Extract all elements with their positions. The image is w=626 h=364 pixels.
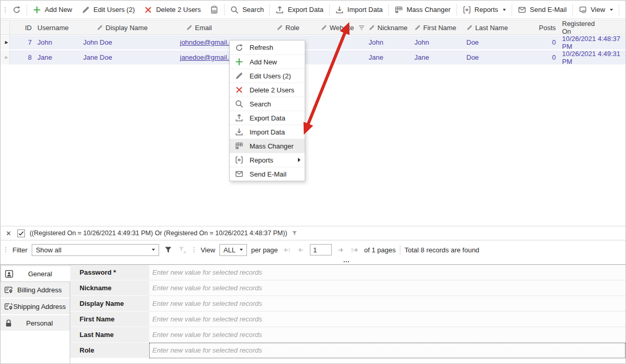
refresh-icon [12, 6, 21, 14]
send-email-label: Send E-Mail [530, 6, 567, 14]
filter-expression[interactable]: ((Registered On = 10/26/2021 4:49:31 PM)… [30, 230, 287, 237]
preview-button[interactable] [205, 3, 223, 17]
page-number-input[interactable] [310, 244, 332, 255]
pencil-icon [235, 72, 243, 80]
prev-page-button[interactable] [296, 245, 306, 255]
tab-personal[interactable]: Personal [1, 315, 70, 332]
page-size-dropdown[interactable]: ALL [219, 244, 247, 256]
tab-general[interactable]: General [1, 265, 70, 282]
export-grid-button[interactable]: Export Grid [620, 3, 626, 17]
toolbar-drag-handle[interactable] [3, 7, 8, 12]
menu-item-delete-users[interactable]: Delete 2 Users [230, 83, 305, 97]
delete-users-button[interactable]: Delete 2 Users [139, 3, 205, 17]
password-field[interactable] [149, 265, 625, 280]
role-field[interactable] [149, 343, 625, 358]
chevron-down-icon [503, 9, 506, 11]
pencil-icon [414, 24, 421, 31]
cell-username: Jane [34, 50, 80, 64]
nickname-field[interactable] [149, 280, 625, 295]
grid-asterisk-icon [235, 142, 243, 150]
view-button[interactable]: View [574, 3, 618, 17]
total-records-label: Total 8 records are found [405, 246, 479, 254]
reports-button[interactable]: Reports [458, 3, 511, 17]
column-header-username[interactable]: Username [34, 21, 80, 34]
funnel-icon [164, 246, 172, 254]
column-header-website[interactable]: Website [318, 21, 366, 34]
filter-label: Filter [12, 246, 28, 254]
filter-dropdown[interactable]: Show all [32, 244, 159, 256]
menu-item-import-data[interactable]: Import Data [230, 125, 305, 139]
import-data-button[interactable]: Import Data [331, 3, 387, 17]
splitter-dots-icon [344, 261, 349, 262]
column-header-posts[interactable]: Posts [523, 21, 559, 34]
download-icon [335, 6, 344, 14]
column-header-nickname[interactable]: Nickname [366, 21, 411, 34]
last-page-button[interactable] [350, 245, 360, 255]
close-filter-button[interactable]: ✕ [5, 229, 12, 238]
clear-filter-button[interactable] [177, 245, 187, 255]
prev-page-icon [297, 246, 305, 254]
import-data-label: Import Data [347, 6, 383, 14]
column-header-display-name[interactable]: Display Name [80, 21, 177, 34]
filter-funnel-icon[interactable] [292, 231, 297, 236]
cell-nickname: Jane [366, 50, 411, 64]
tab-shipping-address[interactable]: Shipping Address [1, 299, 70, 315]
toolbar-separator [329, 4, 330, 16]
mass-changer-tabs: General Billing Address Shipping Address… [1, 265, 70, 363]
send-email-button[interactable]: Send E-Mail [513, 3, 571, 17]
apply-filter-button[interactable] [163, 245, 173, 255]
column-header-last-name[interactable]: Last Name [463, 21, 523, 34]
add-new-button[interactable]: Add New [28, 3, 77, 17]
display-name-field[interactable] [149, 296, 625, 311]
filter-sort-icon[interactable] [358, 24, 365, 31]
envelope-icon [235, 170, 243, 178]
menu-item-search[interactable]: Search [230, 97, 305, 111]
edit-users-label: Edit Users (2) [94, 6, 135, 14]
menu-item-export-data[interactable]: Export Data [230, 111, 305, 125]
mass-changer-label: Mass Changer [407, 6, 451, 14]
grid-header: ID Username Display Name Email Role Webs… [1, 20, 625, 35]
refresh-icon [235, 44, 243, 52]
password-field-label: Password * [70, 265, 149, 280]
magnifier-icon [235, 100, 243, 108]
pager-drag-handle[interactable] [3, 247, 8, 252]
export-data-label: Export Data [288, 6, 323, 14]
menu-item-mass-changer[interactable]: Mass Changer [230, 139, 305, 153]
next-page-button[interactable] [336, 245, 346, 255]
first-name-field[interactable] [149, 312, 625, 327]
submenu-arrow-icon [298, 158, 301, 162]
export-data-button[interactable]: Export Data [271, 3, 328, 17]
user-manager-window: Add New Edit Users (2) Delete 2 Users Se… [0, 0, 626, 364]
row-indicator: ▶ [1, 35, 10, 49]
id-card-icon [5, 269, 14, 278]
menu-item-edit-users[interactable]: Edit Users (2) [230, 69, 305, 83]
menu-item-send-email[interactable]: Send E-Mail [230, 167, 305, 181]
column-header-first-name[interactable]: First Name [411, 21, 463, 34]
menu-item-refresh[interactable]: Refresh [230, 41, 305, 55]
filter-enabled-checkbox[interactable] [17, 230, 25, 237]
column-header-email[interactable]: Email [177, 21, 273, 34]
refresh-button[interactable] [8, 3, 25, 17]
field-row-role: Role [70, 343, 625, 358]
toolbar-separator [388, 4, 389, 16]
first-page-button[interactable] [282, 245, 292, 255]
panel-splitter[interactable] [1, 259, 625, 265]
menu-item-add-new[interactable]: Add New [230, 55, 305, 69]
nickname-field-label: Nickname [70, 280, 149, 296]
shipping-address-icon [4, 302, 13, 311]
tab-billing-address[interactable]: Billing Address [1, 282, 70, 299]
menu-item-reports[interactable]: Reports [230, 153, 305, 167]
pager-drag-handle[interactable] [191, 247, 197, 252]
edit-users-button[interactable]: Edit Users (2) [77, 3, 139, 17]
column-header-role[interactable]: Role [273, 21, 318, 34]
column-header-registered-on[interactable]: Registered On [559, 21, 625, 34]
table-row[interactable]: ▶ 7 John John Doe johndoe@gmail.com John… [1, 35, 625, 50]
table-row[interactable]: ▶ 8 Jane Jane Doe janedoe@gmail.com Jane… [1, 50, 625, 65]
card-eye-icon [579, 6, 587, 14]
mass-changer-button[interactable]: Mass Changer [390, 3, 455, 17]
last-name-field[interactable] [149, 327, 625, 342]
page-size-value: ALL [224, 246, 236, 254]
toolbar-separator [224, 4, 225, 16]
column-header-id[interactable]: ID [10, 21, 34, 34]
search-button[interactable]: Search [226, 3, 268, 17]
